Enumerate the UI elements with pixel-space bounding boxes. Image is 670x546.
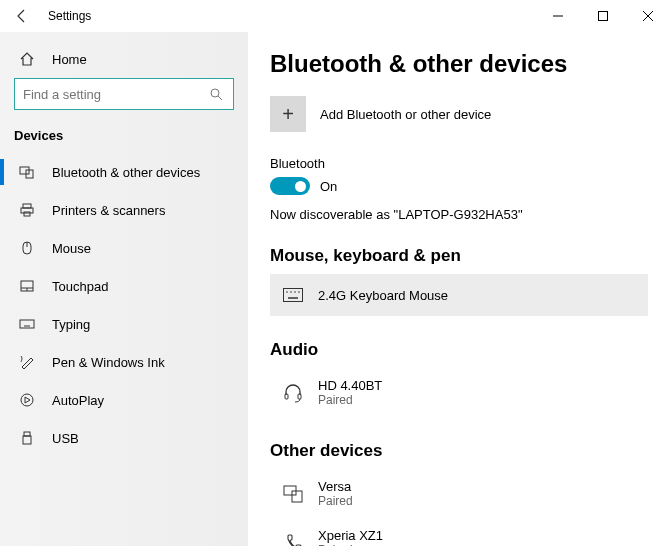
nav-label: Bluetooth & other devices xyxy=(52,165,200,180)
device-xperia[interactable]: Xperia XZ1 Paired xyxy=(270,518,648,546)
add-device-label: Add Bluetooth or other device xyxy=(320,107,491,122)
sidebar-item-home[interactable]: Home xyxy=(0,40,248,78)
device-generic-icon xyxy=(282,483,304,505)
svg-rect-24 xyxy=(284,289,303,302)
device-name: HD 4.40BT xyxy=(318,378,382,393)
svg-rect-1 xyxy=(598,12,607,21)
sidebar-item-mouse[interactable]: Mouse xyxy=(0,229,248,267)
device-name: Xperia XZ1 xyxy=(318,528,383,543)
svg-rect-22 xyxy=(24,432,30,436)
device-name: 2.4G Keyboard Mouse xyxy=(318,288,448,303)
nav-label: Touchpad xyxy=(52,279,108,294)
section-mkp-title: Mouse, keyboard & pen xyxy=(270,246,648,266)
section-other-title: Other devices xyxy=(270,441,648,461)
keyboard-icon xyxy=(18,315,36,333)
svg-point-26 xyxy=(290,291,292,293)
svg-point-4 xyxy=(211,89,219,97)
svg-point-25 xyxy=(286,291,288,293)
content-pane: Bluetooth & other devices + Add Bluetoot… xyxy=(248,32,670,546)
close-button[interactable] xyxy=(625,0,670,32)
devices-icon xyxy=(18,163,36,181)
plus-icon: + xyxy=(270,96,306,132)
svg-rect-8 xyxy=(23,204,31,208)
home-label: Home xyxy=(52,52,87,67)
svg-rect-33 xyxy=(292,491,302,502)
device-status: Paired xyxy=(318,393,382,407)
minimize-button[interactable] xyxy=(535,0,580,32)
svg-line-5 xyxy=(218,96,222,100)
maximize-button[interactable] xyxy=(580,0,625,32)
search-field[interactable] xyxy=(23,87,207,102)
sidebar-item-usb[interactable]: USB xyxy=(0,419,248,457)
bluetooth-toggle[interactable] xyxy=(270,177,310,195)
nav-label: Typing xyxy=(52,317,90,332)
device-headphones[interactable]: HD 4.40BT Paired xyxy=(270,368,648,417)
section-audio-title: Audio xyxy=(270,340,648,360)
window-title: Settings xyxy=(48,9,91,23)
device-keyboard-mouse[interactable]: 2.4G Keyboard Mouse xyxy=(270,274,648,316)
bluetooth-state: On xyxy=(320,179,337,194)
page-title: Bluetooth & other devices xyxy=(270,50,648,78)
sidebar-item-pen[interactable]: Pen & Windows Ink xyxy=(0,343,248,381)
svg-rect-23 xyxy=(23,436,31,444)
mouse-icon xyxy=(18,239,36,257)
device-status: Paired xyxy=(318,494,353,508)
discoverable-text: Now discoverable as "LAPTOP-G932HA53" xyxy=(270,207,648,222)
sidebar: Home Devices Bluetooth & other devices P… xyxy=(0,32,248,546)
nav-label: AutoPlay xyxy=(52,393,104,408)
bluetooth-label: Bluetooth xyxy=(270,156,648,171)
device-versa[interactable]: Versa Paired xyxy=(270,469,648,518)
device-name: Versa xyxy=(318,479,353,494)
autoplay-icon xyxy=(18,391,36,409)
svg-point-21 xyxy=(21,394,33,406)
phone-icon xyxy=(282,532,304,547)
touchpad-icon xyxy=(18,277,36,295)
sidebar-item-bluetooth[interactable]: Bluetooth & other devices xyxy=(0,153,248,191)
nav-label: Mouse xyxy=(52,241,91,256)
printer-icon xyxy=(18,201,36,219)
search-icon xyxy=(207,85,225,103)
usb-icon xyxy=(18,429,36,447)
nav-label: Pen & Windows Ink xyxy=(52,355,165,370)
sidebar-item-touchpad[interactable]: Touchpad xyxy=(0,267,248,305)
home-icon xyxy=(18,50,36,68)
nav-label: Printers & scanners xyxy=(52,203,165,218)
sidebar-group-devices: Devices xyxy=(0,120,248,153)
keyboard-icon xyxy=(282,284,304,306)
svg-point-27 xyxy=(294,291,296,293)
pen-icon xyxy=(18,353,36,371)
add-device-button[interactable]: + Add Bluetooth or other device xyxy=(270,96,648,132)
headset-icon xyxy=(282,382,304,404)
nav-label: USB xyxy=(52,431,79,446)
svg-rect-16 xyxy=(20,320,34,328)
titlebar: Settings xyxy=(0,0,670,32)
sidebar-item-printers[interactable]: Printers & scanners xyxy=(0,191,248,229)
svg-point-28 xyxy=(298,291,300,293)
sidebar-item-typing[interactable]: Typing xyxy=(0,305,248,343)
back-button[interactable] xyxy=(12,6,32,26)
sidebar-item-autoplay[interactable]: AutoPlay xyxy=(0,381,248,419)
search-input[interactable] xyxy=(14,78,234,110)
